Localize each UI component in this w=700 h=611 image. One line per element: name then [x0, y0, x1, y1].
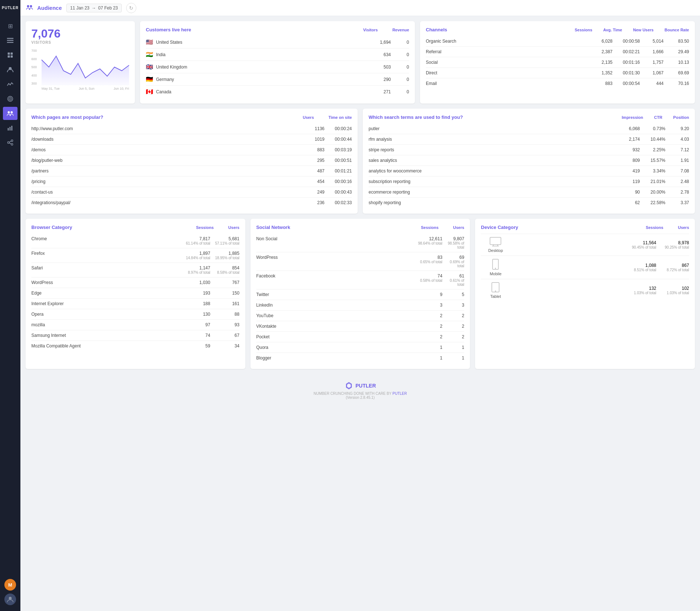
device-name: Desktop [488, 248, 503, 253]
sidebar-item-dashboard[interactable]: ⊞ [3, 19, 18, 32]
social-network-name: Facebook [256, 273, 410, 279]
svg-rect-24 [490, 237, 501, 245]
table-row: /integrations/paypal/ 236 00:02:33 [31, 197, 352, 208]
table-row: VKontakte 2 2 [256, 321, 464, 331]
svg-rect-0 [7, 38, 13, 39]
page-time: 00:00:44 [324, 137, 352, 142]
social-sessions: 74 [409, 273, 442, 279]
channel-new-users: 5,014 [640, 39, 664, 44]
table-row: Twitter 9 5 [256, 289, 464, 300]
device-sessions-pct: 90.45% of total [510, 245, 656, 249]
sidebar-item-subscriptions[interactable] [3, 78, 18, 91]
device-users: 867 [656, 263, 689, 268]
table-row: YouTube 2 2 [256, 310, 464, 321]
search-terms-table: putler 6,068 0.73% 9.20 rfm analysis 2,1… [369, 124, 689, 208]
browser-name: Internet Explorer [31, 301, 178, 306]
user-avatar[interactable]: M [4, 579, 16, 591]
sidebar-item-audience[interactable] [3, 107, 18, 120]
browser-users: 67 [210, 333, 240, 338]
page-users: 454 [303, 179, 324, 184]
social-network-name: Blogger [256, 355, 410, 361]
table-row: sales analytics 809 15.57% 1.91 [369, 155, 689, 166]
sidebar-item-reports[interactable] [3, 121, 18, 135]
search-impression: 62 [611, 200, 640, 205]
topbar: Audience 11 Jan 23 → 07 Feb 23 ↻ [20, 0, 700, 16]
user-avatar2[interactable] [4, 594, 16, 605]
visitors-chart: 700 600 500 400 300 [31, 49, 129, 85]
table-row: Chrome 7,817 61.14% of total 5,681 57.11… [31, 234, 240, 248]
popular-pages-card: Which pages are most popular? Users Time… [26, 109, 358, 214]
search-terms-title: Which search terms are used to find you? [369, 114, 622, 120]
svg-rect-13 [8, 128, 9, 131]
table-row: Organic Search 6,028 00:00:58 5,014 83.5… [426, 36, 689, 46]
channel-bounce-rate: 83.50 [664, 39, 689, 44]
table-row: putler 6,068 0.73% 9.20 [369, 124, 689, 134]
sidebar-item-products[interactable] [3, 48, 18, 62]
sidebar-item-transactions[interactable] [3, 34, 18, 47]
table-row: Internet Explorer 188 161 [31, 298, 240, 309]
channel-new-users: 1,757 [640, 60, 664, 65]
svg-rect-2 [7, 42, 13, 43]
footer-logo: PUTLER [355, 383, 376, 389]
row-3: Browser Category Sessions Users Chrome 7… [26, 219, 695, 369]
social-network-name: VKontakte [256, 324, 410, 329]
channel-sessions: 883 [589, 81, 612, 86]
social-sessions: 1 [409, 345, 442, 350]
country-visitors: 1,694 [369, 40, 391, 45]
refresh-button[interactable]: ↻ [126, 3, 136, 13]
svg-line-19 [9, 141, 11, 142]
browser-users: 150 [210, 291, 240, 296]
social-sessions: 2 [409, 313, 442, 318]
table-row: /partners 487 00:01:21 [31, 166, 352, 176]
social-network-name: Twitter [256, 292, 410, 297]
svg-point-23 [30, 5, 32, 7]
svg-point-29 [495, 268, 496, 269]
channel-name: Direct [426, 70, 589, 75]
search-term: stripe reports [369, 147, 611, 152]
table-row: Facebook 74 0.58% of total 61 0.61% of t… [256, 271, 464, 289]
social-network-name: LinkedIn [256, 303, 410, 308]
device-sessions: 11,564 [510, 240, 656, 245]
svg-point-10 [10, 98, 11, 100]
date-range-picker[interactable]: 11 Jan 23 → 07 Feb 23 [66, 4, 122, 12]
social-sessions-pct: 0.65% of total [409, 260, 442, 264]
table-row: Referral 2,387 00:02:21 1,666 29.49 [426, 46, 689, 57]
browser-sessions: 59 [178, 343, 210, 349]
browser-sessions: 1,030 [178, 280, 210, 285]
browser-name: WordPress [31, 280, 178, 285]
svg-rect-14 [9, 127, 11, 131]
customers-col-revenue: Revenue [392, 28, 409, 32]
table-row: 🇩🇪 Germany 290 0 [146, 73, 409, 85]
table-row: 🇺🇸 United States 1,694 0 [146, 36, 409, 48]
sidebar-item-customers[interactable] [3, 63, 18, 76]
table-row: Safari 1,147 8.97% of total 854 8.58% of… [31, 262, 240, 277]
page-users: 1136 [303, 126, 324, 131]
sidebar-item-goals[interactable] [3, 92, 18, 105]
footer: PUTLER NUMBER CRUNCHING DONE WITH CARE B… [20, 374, 700, 407]
country-name: United States [156, 40, 369, 45]
browser-col-users: Users [228, 225, 240, 230]
social-title: Social Network [256, 225, 421, 230]
social-network-name: Quora [256, 345, 410, 350]
page-time: 00:02:33 [324, 200, 352, 205]
channel-avg-time: 00:02:21 [612, 49, 640, 54]
channel-new-users: 444 [640, 81, 664, 86]
svg-rect-4 [11, 52, 13, 55]
table-row: ecommerce reporting 90 20.00% 2.78 [369, 187, 689, 197]
social-col-users: Users [453, 225, 464, 230]
browser-users-pct: 8.58% of total [210, 271, 240, 275]
channels-col-avg-time: Avg. Time [603, 28, 622, 32]
svg-point-17 [11, 140, 13, 142]
browser-users: 88 [210, 312, 240, 317]
search-impression: 932 [611, 147, 640, 152]
table-row: 🇬🇧 United Kingdom 503 0 [146, 61, 409, 73]
sidebar-logo: PUTLER [2, 3, 19, 13]
channel-sessions: 1,352 [589, 70, 612, 75]
search-position: 7.12 [665, 147, 689, 152]
svg-point-12 [11, 111, 13, 113]
channel-avg-time: 00:00:58 [612, 39, 640, 44]
chart-label-2: Jun 5, Sun [79, 87, 94, 90]
device-sessions-pct: 8.51% of total [510, 268, 656, 272]
browser-name: Opera [31, 312, 178, 317]
sidebar-item-integrations[interactable] [3, 136, 18, 149]
